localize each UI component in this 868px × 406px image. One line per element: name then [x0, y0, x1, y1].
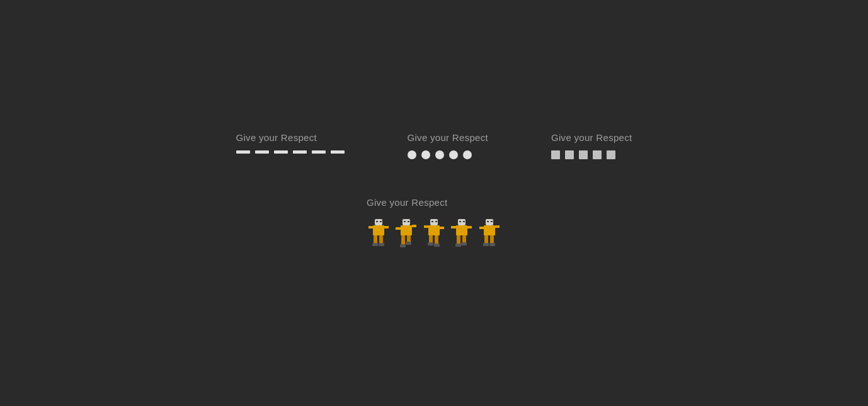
svg-rect-9: [380, 221, 382, 222]
svg-rect-37: [461, 242, 467, 245]
respect-label-4: Give your Respect: [367, 197, 447, 208]
dash-1[interactable]: [236, 150, 250, 154]
svg-rect-4: [374, 235, 377, 244]
bottom-row: Give your Respect: [367, 197, 501, 249]
svg-rect-46: [483, 243, 489, 246]
svg-rect-47: [489, 243, 495, 246]
character-1[interactable]: [367, 218, 391, 249]
svg-rect-27: [434, 244, 440, 247]
svg-rect-39: [463, 221, 465, 222]
svg-rect-34: [457, 235, 460, 245]
svg-rect-5: [379, 235, 383, 244]
svg-rect-2: [368, 226, 373, 228]
respect-block-circles: Give your Respect: [408, 132, 488, 159]
svg-rect-25: [435, 235, 438, 245]
svg-rect-38: [459, 221, 461, 222]
respect-block-dashes: Give your Respect: [236, 132, 345, 154]
svg-rect-6: [372, 243, 378, 246]
dash-2[interactable]: [255, 150, 269, 154]
dash-6[interactable]: [331, 150, 345, 154]
svg-rect-22: [424, 225, 428, 228]
svg-rect-17: [406, 242, 411, 245]
circle-5[interactable]: [463, 150, 472, 159]
svg-rect-16: [400, 244, 406, 247]
svg-rect-33: [467, 226, 472, 228]
square-2[interactable]: [565, 150, 574, 159]
svg-rect-19: [408, 221, 409, 222]
svg-rect-14: [401, 235, 405, 245]
character-3[interactable]: [422, 218, 446, 249]
main-container: Give your Respect Give your Respect: [0, 0, 868, 406]
svg-rect-8: [376, 221, 378, 222]
respect-label-1: Give your Respect: [236, 132, 317, 143]
svg-rect-11: [401, 225, 412, 235]
svg-rect-36: [455, 244, 461, 247]
circle-indicator-row: [408, 150, 472, 159]
respect-block-squares: Give your Respect: [551, 132, 632, 159]
svg-rect-44: [484, 235, 488, 244]
dash-indicator-row: [236, 150, 345, 154]
svg-rect-45: [490, 235, 494, 244]
rows-wrapper: Give your Respect Give your Respect: [236, 132, 632, 249]
svg-rect-41: [484, 225, 495, 235]
square-5[interactable]: [607, 150, 615, 159]
svg-rect-18: [404, 221, 406, 222]
circle-1[interactable]: [408, 150, 416, 159]
svg-rect-29: [435, 221, 437, 222]
top-row: Give your Respect Give your Respect: [236, 132, 632, 159]
svg-rect-48: [487, 221, 489, 222]
svg-rect-1: [373, 225, 384, 235]
svg-rect-28: [431, 221, 433, 222]
svg-rect-13: [412, 225, 416, 227]
dash-3[interactable]: [274, 150, 288, 154]
svg-rect-42: [479, 227, 484, 229]
respect-label-2: Give your Respect: [408, 132, 488, 143]
svg-rect-49: [491, 221, 493, 222]
respect-label-3: Give your Respect: [551, 132, 632, 143]
respect-block-characters: Give your Respect: [367, 197, 501, 249]
svg-rect-21: [428, 225, 440, 235]
dash-5[interactable]: [312, 150, 326, 154]
square-indicator-row: [551, 150, 615, 159]
svg-rect-23: [440, 227, 444, 229]
svg-rect-3: [384, 226, 389, 228]
square-1[interactable]: [551, 150, 560, 159]
svg-rect-12: [396, 227, 401, 230]
character-2[interactable]: [394, 218, 418, 249]
circle-4[interactable]: [449, 150, 458, 159]
circle-2[interactable]: [421, 150, 430, 159]
character-row: [367, 218, 501, 249]
svg-rect-31: [456, 225, 467, 235]
character-4[interactable]: [450, 218, 474, 249]
character-5[interactable]: [477, 218, 501, 249]
square-3[interactable]: [579, 150, 588, 159]
svg-rect-26: [428, 242, 433, 245]
svg-rect-32: [451, 226, 456, 228]
circle-3[interactable]: [435, 150, 444, 159]
dash-4[interactable]: [293, 150, 307, 154]
square-4[interactable]: [593, 150, 602, 159]
svg-rect-43: [495, 225, 500, 228]
svg-rect-7: [379, 243, 384, 246]
